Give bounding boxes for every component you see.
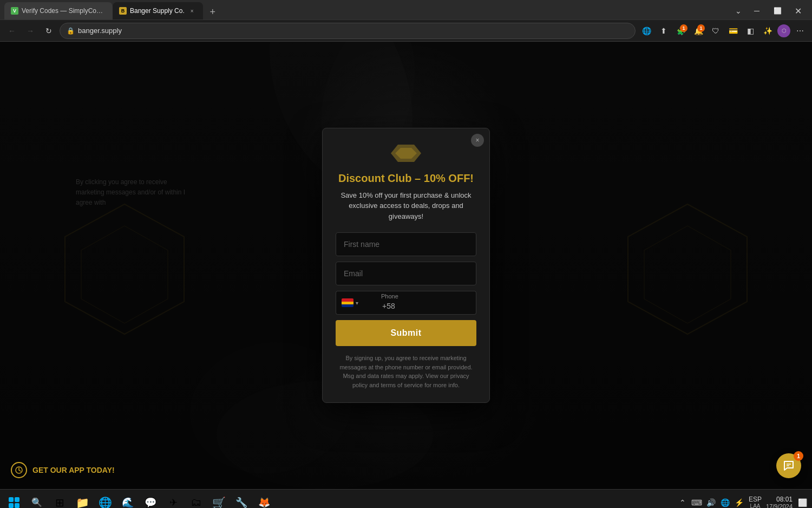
taskbar-app-files[interactable]: 🗂 bbox=[185, 492, 207, 509]
taskbar-app-store[interactable]: 🛒 bbox=[208, 492, 230, 509]
tab-label-verify: Verify Codes — SimplyCodes bbox=[22, 7, 106, 15]
tray-keyboard[interactable]: ⌨ bbox=[691, 497, 702, 508]
shield-button[interactable]: 🛡 bbox=[708, 23, 723, 38]
first-name-group bbox=[336, 232, 476, 256]
email-group bbox=[336, 262, 476, 285]
taskbar-app-taskview[interactable]: ⊞ bbox=[49, 492, 70, 509]
chat-widget[interactable]: 1 bbox=[776, 453, 801, 478]
notifications-button[interactable]: 🔔 1 bbox=[691, 23, 706, 38]
language-indicator[interactable]: ESP LAA bbox=[749, 496, 762, 508]
wallet-button[interactable]: 💳 bbox=[725, 23, 741, 38]
tab-bar: V Verify Codes — SimplyCodes B Banger Su… bbox=[0, 0, 812, 19]
tab-banger-supply[interactable]: B Banger Supply Co. × bbox=[113, 2, 203, 19]
taskbar: 🔍 ⊞ 📁 🌐 🌊 💬 ✈ 🗂 🛒 🔧 🦊 ⌃ ⌨ 🔊 🌐 ⚡ ESP LAA … bbox=[0, 489, 812, 508]
maximize-button[interactable]: ⬜ bbox=[768, 2, 787, 19]
back-button[interactable]: ← bbox=[4, 23, 19, 38]
clock-date: 17/9/2024 bbox=[766, 503, 793, 509]
tab-verify-codes[interactable]: V Verify Codes — SimplyCodes bbox=[4, 2, 113, 19]
email-input[interactable] bbox=[336, 262, 476, 285]
taskbar-app-telegram[interactable]: ✈ bbox=[162, 492, 184, 509]
taskbar-app-folder[interactable]: 📁 bbox=[71, 492, 93, 509]
forward-button[interactable]: → bbox=[23, 23, 38, 38]
chat-badge: 1 bbox=[794, 451, 803, 461]
first-name-input[interactable] bbox=[336, 232, 476, 256]
tab-label-banger: Banger Supply Co. bbox=[130, 7, 185, 15]
modal-close-button[interactable]: × bbox=[471, 134, 484, 147]
notification-area[interactable]: ⬜ bbox=[797, 497, 808, 508]
translate-button[interactable]: 🌐 bbox=[639, 23, 654, 38]
taskbar-app-search[interactable]: 🔍 bbox=[26, 492, 48, 509]
country-selector[interactable]: ▾ bbox=[336, 291, 375, 315]
venezuela-flag bbox=[342, 298, 353, 307]
modal-subtitle: Save 10% off your first purchase & unloc… bbox=[336, 190, 476, 222]
sys-tray: ⌃ ⌨ 🔊 🌐 ⚡ bbox=[677, 497, 744, 508]
tray-network[interactable]: 🌐 bbox=[719, 497, 730, 508]
taskbar-clock[interactable]: 08:01 17/9/2024 bbox=[766, 496, 793, 509]
get-app-label: GET OUR APP TODAY! bbox=[32, 466, 115, 474]
minimize-button[interactable]: ─ bbox=[747, 2, 767, 19]
clock-time: 08:01 bbox=[766, 496, 793, 503]
sidebar-button[interactable]: ◧ bbox=[743, 23, 758, 38]
modal-title: Discount Club – 10% OFF! bbox=[336, 172, 476, 185]
phone-input-wrapper: Phone bbox=[375, 291, 476, 315]
tray-up-arrow[interactable]: ⌃ bbox=[677, 497, 688, 508]
phone-label: Phone bbox=[381, 293, 398, 299]
close-x-icon: × bbox=[475, 136, 479, 144]
toolbar-actions: 🌐 ⬆ 🧩 1 🔔 1 🛡 💳 ◧ ✨ ⬡ ⋯ bbox=[639, 23, 808, 38]
browser-chrome: V Verify Codes — SimplyCodes B Banger Su… bbox=[0, 0, 812, 42]
share-button[interactable]: ⬆ bbox=[656, 23, 671, 38]
chat-icon bbox=[783, 460, 795, 472]
browser-toolbar: ← → ↻ 🔒 banger.supply 🌐 ⬆ 🧩 1 🔔 1 🛡 💳 ◧ … bbox=[0, 19, 812, 41]
taskbar-app-purple[interactable]: 🦊 bbox=[253, 492, 275, 509]
notifications-badge: 1 bbox=[697, 24, 705, 32]
taskbar-app-chrome[interactable]: 🌐 bbox=[94, 492, 116, 509]
phone-group: ▾ Phone bbox=[336, 291, 476, 315]
country-chevron-icon: ▾ bbox=[356, 300, 358, 306]
discount-modal: × Discount Club – 10% OFF! Save 10% off … bbox=[322, 128, 490, 403]
new-tab-button[interactable]: + bbox=[205, 4, 220, 19]
taskbar-app-whatsapp[interactable]: 💬 bbox=[140, 492, 161, 509]
hex-icon bbox=[390, 144, 422, 163]
refresh-button[interactable]: ↻ bbox=[41, 23, 56, 38]
modal-overlay: × Discount Club – 10% OFF! Save 10% off … bbox=[0, 42, 812, 489]
get-app-bar[interactable]: GET OUR APP TODAY! bbox=[11, 462, 115, 478]
tab-close-button[interactable]: × bbox=[188, 6, 197, 15]
tab-list-button[interactable]: ⌄ bbox=[731, 3, 746, 18]
page-content: By clicking you agree to receive marketi… bbox=[0, 42, 812, 489]
copilot-button[interactable]: ✨ bbox=[760, 23, 775, 38]
taskbar-app-red[interactable]: 🔧 bbox=[231, 492, 252, 509]
close-button[interactable]: ✕ bbox=[788, 2, 808, 19]
extensions-button[interactable]: 🧩 1 bbox=[673, 23, 689, 38]
taskbar-apps: 🔍 ⊞ 📁 🌐 🌊 💬 ✈ 🗂 🛒 🔧 🦊 bbox=[26, 492, 275, 509]
extensions-badge: 1 bbox=[680, 24, 687, 32]
start-button[interactable] bbox=[4, 493, 24, 509]
lock-icon: 🔒 bbox=[67, 27, 75, 35]
submit-button[interactable]: Submit bbox=[336, 320, 476, 346]
get-app-icon bbox=[11, 462, 27, 478]
address-text: banger.supply bbox=[78, 27, 628, 35]
tray-volume[interactable]: 🔊 bbox=[705, 497, 716, 508]
tray-battery[interactable]: ⚡ bbox=[734, 497, 744, 508]
profile-button[interactable]: ⬡ bbox=[777, 24, 790, 37]
taskbar-app-edge[interactable]: 🌊 bbox=[117, 492, 139, 509]
windows-icon bbox=[9, 497, 19, 508]
modal-disclaimer: By signing up, you agree to receive mark… bbox=[336, 354, 476, 389]
address-bar[interactable]: 🔒 banger.supply bbox=[60, 23, 636, 39]
menu-button[interactable]: ⋯ bbox=[793, 23, 808, 38]
taskbar-right: ⌃ ⌨ 🔊 🌐 ⚡ ESP LAA 08:01 17/9/2024 ⬜ bbox=[677, 496, 808, 509]
hex-top-decoration bbox=[336, 144, 476, 165]
